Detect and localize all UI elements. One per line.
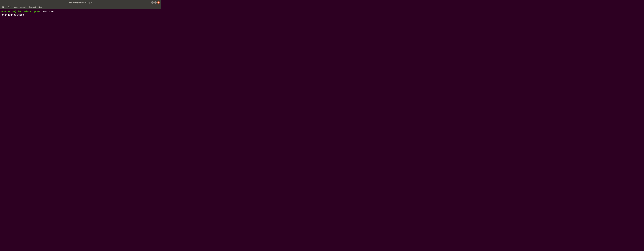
command-line: educative@linux-desktop :~ $ hostname (2, 10, 160, 13)
menu-search[interactable]: Search (19, 5, 28, 9)
prompt-user: educative@linux-desktop (2, 10, 36, 13)
menu-terminal[interactable]: Terminal (28, 5, 37, 9)
prompt-dollar: $ (39, 10, 40, 13)
prompt-path: :~ (36, 10, 39, 13)
close-button[interactable]: × (157, 1, 160, 4)
close-icon: × (158, 1, 159, 3)
terminal-body[interactable]: educative@linux-desktop :~ $ hostname ch… (0, 9, 161, 63)
title-text: educative@linux-desktop: ~ (68, 1, 92, 3)
minimize-button[interactable]: − (151, 1, 154, 4)
menu-help[interactable]: Help (37, 5, 44, 9)
command-output: changedhostname (2, 13, 160, 16)
menu-edit[interactable]: Edit (6, 5, 12, 9)
menu-view[interactable]: View (12, 5, 19, 9)
minimize-icon: − (152, 1, 153, 3)
window-controls: − □ × (151, 1, 160, 4)
menu-bar: File Edit View Search Terminal Help (0, 5, 161, 9)
maximize-button[interactable]: □ (154, 1, 156, 4)
prompt-command: hostname (42, 10, 54, 13)
title-bar: educative@linux-desktop: ~ − □ × (0, 0, 161, 5)
maximize-icon: □ (155, 2, 156, 3)
menu-file[interactable]: File (1, 5, 6, 9)
